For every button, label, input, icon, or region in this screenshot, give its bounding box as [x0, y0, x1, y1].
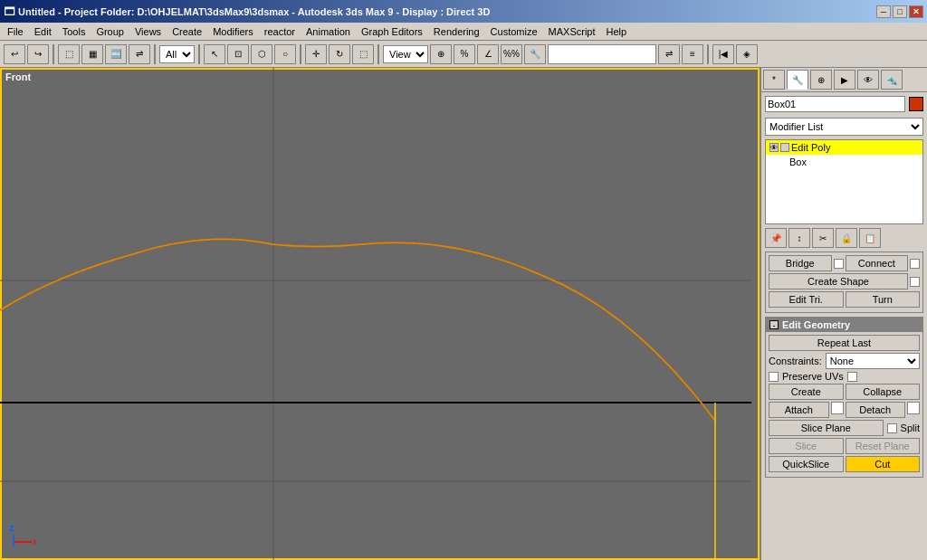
- tab-create[interactable]: *: [763, 70, 785, 90]
- menu-modifiers[interactable]: Modifiers: [207, 24, 259, 39]
- minimize-button[interactable]: ─: [876, 5, 891, 18]
- percent-snap-button[interactable]: %%: [501, 44, 522, 64]
- stack-item-box-label: Box: [789, 157, 807, 167]
- toolbar-separator-5: [377, 44, 379, 64]
- redo-button[interactable]: ↪: [27, 44, 49, 64]
- material-editor-button[interactable]: ◈: [736, 44, 758, 64]
- tab-modify[interactable]: 🔧: [787, 70, 808, 90]
- named-sel-sets[interactable]: [548, 44, 656, 64]
- preserve-uvs-checkbox2[interactable]: [847, 372, 857, 382]
- detach-checkbox[interactable]: [907, 402, 920, 414]
- attach-checkbox[interactable]: [831, 402, 844, 414]
- attach-button[interactable]: Attach: [769, 402, 829, 418]
- preserve-uvs-row: Preserve UVs: [769, 371, 920, 382]
- pin-stack-button[interactable]: 📌: [765, 228, 787, 248]
- panel-icon-row: 📌 ↕ ✂ 🔒 📋: [761, 226, 927, 250]
- menu-rendering[interactable]: Rendering: [428, 24, 485, 39]
- split-label: Split: [901, 422, 920, 433]
- app-icon: 🗖: [4, 5, 14, 18]
- slice-plane-button[interactable]: Slice Plane: [769, 420, 884, 436]
- menu-create[interactable]: Create: [167, 24, 207, 39]
- menu-views[interactable]: Views: [129, 24, 167, 39]
- connect-button[interactable]: Connect: [846, 255, 909, 271]
- insert-after-button[interactable]: ↕: [788, 228, 810, 248]
- edit-tri-button[interactable]: Edit Tri.: [769, 291, 844, 308]
- create-shape-button[interactable]: Create Shape: [769, 273, 908, 289]
- menu-reactor[interactable]: reactor: [259, 24, 301, 39]
- align-button[interactable]: ≡: [682, 44, 703, 64]
- select-region-button[interactable]: ▦: [81, 44, 103, 64]
- menu-animation[interactable]: Animation: [301, 24, 356, 39]
- menu-tools[interactable]: Tools: [57, 24, 91, 39]
- slice-button[interactable]: Slice: [769, 438, 844, 454]
- stack-item-eye-icon[interactable]: 👁: [769, 143, 779, 152]
- menu-edit[interactable]: Edit: [29, 24, 57, 39]
- menu-help[interactable]: Help: [601, 24, 633, 39]
- mirror-button[interactable]: ⇌: [129, 44, 150, 64]
- viewport-svg: [0, 68, 760, 560]
- graph-editors-button[interactable]: |◀: [712, 44, 734, 64]
- object-name-input[interactable]: Box01: [765, 96, 905, 112]
- menu-maxscript[interactable]: MAXScript: [543, 24, 601, 39]
- bridge-connect-row: Bridge Connect Create Shape Edit Tri. Tu…: [766, 252, 922, 312]
- repeat-last-button[interactable]: Repeat Last: [769, 335, 920, 351]
- view-dropdown[interactable]: View: [383, 45, 428, 63]
- tab-hierarchy[interactable]: ⊕: [810, 70, 832, 90]
- spinner-snap-button[interactable]: 🔧: [524, 44, 546, 64]
- menu-file[interactable]: File: [2, 24, 29, 39]
- quickslice-cut-row: QuickSlice Cut: [769, 456, 920, 472]
- snap-button[interactable]: %: [454, 44, 475, 64]
- stack-item-box[interactable]: Box: [766, 155, 922, 169]
- remove-modifier-button[interactable]: ✂: [812, 228, 834, 248]
- object-color-swatch[interactable]: [909, 97, 923, 111]
- preserve-uvs-checkbox[interactable]: [769, 372, 779, 382]
- slice-reset-row: Slice Reset Plane: [769, 438, 920, 454]
- tab-utilities[interactable]: 🔩: [881, 70, 903, 90]
- bridge-button[interactable]: Bridge: [769, 255, 832, 271]
- selection-filter-dropdown[interactable]: All: [159, 45, 195, 63]
- stack-item-label: Edit Poly: [791, 142, 830, 153]
- scale-button[interactable]: ⬚: [352, 44, 374, 64]
- connect-checkbox[interactable]: [910, 259, 920, 269]
- named-selection-button[interactable]: 🔤: [105, 44, 127, 64]
- detach-button[interactable]: Detach: [846, 402, 906, 418]
- split-checkbox[interactable]: [887, 423, 897, 433]
- move-button[interactable]: ✛: [305, 44, 327, 64]
- modifier-list-dropdown[interactable]: Modifier List: [765, 118, 923, 136]
- rotate-button[interactable]: ↻: [329, 44, 350, 64]
- menu-customize[interactable]: Customize: [485, 24, 543, 39]
- stack-item-box-icon[interactable]: [780, 143, 789, 152]
- collapse-button[interactable]: Collapse: [846, 384, 921, 400]
- cut-button[interactable]: Cut: [846, 456, 921, 472]
- undo-button[interactable]: ↩: [4, 44, 25, 64]
- mirror-btn2[interactable]: ⇌: [658, 44, 680, 64]
- rollout-collapse-icon[interactable]: -: [769, 320, 779, 329]
- bridge-checkbox[interactable]: [834, 259, 844, 269]
- tab-motion[interactable]: ▶: [834, 70, 855, 90]
- select-cursor-button[interactable]: ↖: [204, 44, 225, 64]
- menu-group[interactable]: Group: [91, 24, 129, 39]
- toolbar-separator-2: [154, 44, 156, 64]
- select-circle[interactable]: ○: [274, 44, 296, 64]
- create-shape-checkbox[interactable]: [910, 277, 920, 287]
- maximize-button[interactable]: □: [893, 5, 907, 18]
- tab-display[interactable]: 👁: [857, 70, 879, 90]
- select-region-rect[interactable]: ⊡: [227, 44, 249, 64]
- move-up-button[interactable]: 🔒: [836, 228, 857, 248]
- move-down-button[interactable]: 📋: [859, 228, 881, 248]
- stack-item-edit-poly[interactable]: 👁 Edit Poly: [766, 140, 922, 155]
- angle-snap-button[interactable]: ∠: [477, 44, 499, 64]
- quickslice-button[interactable]: QuickSlice: [769, 456, 844, 472]
- reset-plane-button[interactable]: Reset Plane: [846, 438, 921, 454]
- close-button[interactable]: ✕: [909, 5, 923, 18]
- create-button[interactable]: Create: [769, 384, 844, 400]
- constraints-dropdown[interactable]: None: [826, 353, 920, 369]
- menu-graph-editors[interactable]: Graph Editors: [356, 24, 428, 39]
- rollout-edit-geometry-header[interactable]: - Edit Geometry: [766, 318, 922, 332]
- reference-coord-button[interactable]: ⊕: [430, 44, 452, 64]
- select-object-button[interactable]: ⬚: [58, 44, 80, 64]
- turn-button[interactable]: Turn: [846, 291, 921, 308]
- select-lasso[interactable]: ⬡: [251, 44, 272, 64]
- stack-empty-space: [766, 169, 922, 223]
- viewport-front[interactable]: Front z: [0, 68, 760, 560]
